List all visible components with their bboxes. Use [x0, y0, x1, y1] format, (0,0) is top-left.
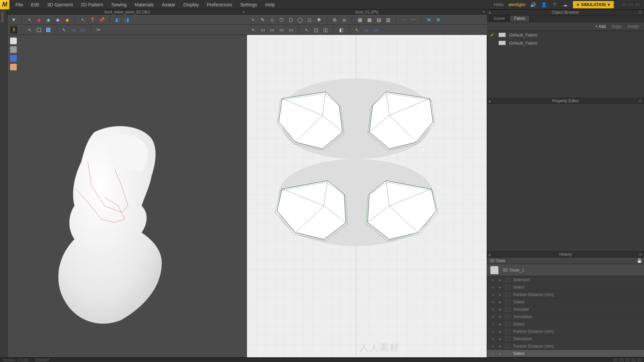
tool-tack[interactable]: 📌 — [98, 16, 105, 23]
history-item[interactable]: « ▸ ▫ Particle Distance (mm) — [487, 343, 644, 350]
mtool-p[interactable]: ≋ — [425, 16, 433, 23]
tool-ptr-c[interactable]: ↖ — [60, 26, 68, 34]
close-button[interactable] — [635, 2, 641, 7]
tab-fabric[interactable]: Fabric — [510, 15, 530, 22]
menu-sewing[interactable]: Sewing — [108, 1, 130, 9]
tool-garment-b[interactable]: ◆ — [45, 16, 52, 23]
mid-tab-close-icon[interactable]: × — [483, 10, 485, 14]
history-item[interactable]: « ▸ ▫ Select — [487, 298, 644, 306]
tool-select-arrow[interactable]: ↖ — [26, 16, 33, 23]
menu-preferences[interactable]: Preferences — [204, 1, 235, 9]
pattern-piece-3[interactable] — [274, 176, 354, 243]
sound-icon[interactable]: 🔊 — [530, 2, 536, 8]
menu-avatar[interactable]: Avatar — [159, 1, 179, 9]
tool-ptr-b[interactable]: ↖ — [26, 26, 33, 34]
assign-fabric-button[interactable]: Assign — [625, 23, 641, 29]
mtool2-b[interactable]: ▭ — [259, 26, 266, 34]
minimize-button[interactable] — [621, 2, 627, 7]
status-icon-5[interactable] — [637, 358, 642, 362]
tool-view-b[interactable] — [45, 26, 52, 34]
history-gear-icon[interactable]: ⚙ — [639, 252, 642, 257]
menu-2d-pattern[interactable]: 2D Pattern — [77, 1, 107, 9]
mtool2-a[interactable]: ↖ — [250, 26, 257, 34]
history-item[interactable]: « ▸ ▫ Simulation — [487, 313, 644, 320]
menu-help[interactable]: Help — [262, 1, 278, 9]
avatar-icon-2[interactable] — [10, 46, 17, 53]
tool-run[interactable]: 🏃 — [10, 26, 17, 34]
history-item[interactable]: « ▸ ▫ Select — [487, 320, 644, 328]
simulation-button[interactable]: ▾ SIMULATION ▾ — [573, 1, 614, 8]
mtool-j[interactable]: ▦ — [356, 16, 364, 23]
object-browser-gear-icon[interactable]: ⚙ — [639, 10, 642, 15]
tool-ptr-a[interactable]: ↖ — [79, 16, 87, 23]
tool-card-b[interactable]: ▭ — [79, 26, 87, 34]
history-item[interactable]: « ▸ ▫ Select — [487, 284, 644, 291]
add-fabric-button[interactable]: + Add — [593, 23, 608, 29]
history-3dstate-header[interactable]: 3D State 💾 — [487, 257, 644, 264]
avatar-icon-3[interactable] — [10, 55, 17, 62]
history-item[interactable]: « ▸ ▫ Select — [487, 350, 644, 357]
mtool-m[interactable]: ▥ — [384, 16, 392, 23]
tool-view-a[interactable] — [35, 26, 43, 34]
mtool-n[interactable]: 〰 — [400, 16, 408, 23]
3d-viewport[interactable] — [7, 35, 247, 357]
mtool-c[interactable]: ⬡ — [278, 16, 285, 23]
history-item[interactable]: « ▸ ▫ Simulate — [487, 306, 644, 313]
mtool-l[interactable]: ▤ — [375, 16, 382, 23]
mtool2-c[interactable]: ▭ — [268, 26, 276, 34]
mtool-b[interactable]: ◇ — [268, 16, 276, 23]
tool-garment-a[interactable]: ◆ — [35, 16, 43, 23]
mtool-q[interactable]: ≋ — [435, 16, 442, 23]
history-item[interactable]: « ▸ ▫ Particle Distance (mm) — [487, 291, 644, 298]
pattern-piece-1[interactable] — [275, 88, 353, 152]
left-tab-close-icon[interactable]: × — [243, 10, 245, 14]
status-icon-4[interactable] — [631, 358, 636, 362]
tool-card-a[interactable]: ▭ — [70, 26, 77, 34]
fabric-row[interactable]: Default_Fabric — [487, 39, 644, 47]
tool-scissors[interactable]: ✂ — [95, 26, 102, 34]
tool-garment-c[interactable]: ◆ — [54, 16, 61, 23]
fabric-row[interactable]: ✔ Default_Fabric — [487, 31, 644, 39]
tool-a1[interactable]: ▼ — [10, 16, 17, 23]
mtool2-f[interactable]: ↖ — [303, 26, 310, 34]
status-icon-2[interactable] — [619, 358, 624, 362]
history-item[interactable]: « ▸ ▫ Selection — [487, 276, 644, 284]
cloud-icon[interactable]: ☁ — [562, 2, 568, 8]
mtool2-h[interactable]: ◫ — [322, 26, 329, 34]
mtool-g[interactable]: ✚ — [315, 16, 323, 23]
status-icon-1[interactable] — [613, 358, 618, 362]
mtool2-i[interactable]: ◧ — [337, 26, 345, 34]
history-state-row[interactable]: 3D State_1 — [487, 264, 644, 276]
history-item[interactable]: « ▸ ▫ Simulation — [487, 335, 644, 343]
tab-scene[interactable]: Scene — [489, 15, 509, 22]
tool-cube-a[interactable]: ◧ — [114, 16, 121, 23]
tool-garment-d[interactable]: ◆ — [63, 16, 71, 23]
menu-materials[interactable]: Materials — [131, 1, 157, 9]
mtool-sel[interactable]: ↖ — [250, 16, 257, 23]
avatar-icon-4[interactable] — [10, 64, 17, 70]
menu-edit[interactable]: Edit — [28, 1, 43, 9]
mtool-f[interactable]: ◻ — [306, 16, 313, 23]
history-save-icon[interactable]: 💾 — [637, 258, 642, 263]
mtool-h[interactable]: ⧉ — [331, 16, 338, 23]
status-icon-3[interactable] — [625, 358, 630, 362]
pattern-piece-4[interactable] — [359, 176, 440, 243]
tool-cube-b[interactable]: ◨ — [123, 16, 130, 23]
mtool-d[interactable]: ⬠ — [287, 16, 294, 23]
mtool-k[interactable]: ▩ — [366, 16, 373, 23]
mtool2-e[interactable]: ▭ — [287, 26, 294, 34]
2d-viewport[interactable]: 人人素材 — [247, 35, 487, 357]
mtool-e[interactable]: ◯ — [297, 16, 304, 23]
mtool-i[interactable]: ⧇ — [340, 16, 348, 23]
mtool2-l[interactable]: ▭ — [372, 26, 379, 34]
mtool2-g[interactable]: ◫ — [312, 26, 320, 34]
copy-fabric-button[interactable]: Copy — [610, 23, 623, 29]
help-icon[interactable]: ? — [551, 2, 557, 8]
mtool2-j[interactable]: ↖ — [353, 26, 361, 34]
property-editor-gear-icon[interactable]: ⚙ — [639, 99, 642, 103]
pattern-piece-2[interactable] — [359, 88, 436, 152]
avatar-icon-1[interactable] — [10, 38, 17, 44]
mtool-o[interactable]: 〰 — [410, 16, 417, 23]
history-item[interactable]: « ▸ ▫ Particle Distance (mm) — [487, 328, 644, 335]
user-icon[interactable]: 👤 — [541, 2, 547, 8]
